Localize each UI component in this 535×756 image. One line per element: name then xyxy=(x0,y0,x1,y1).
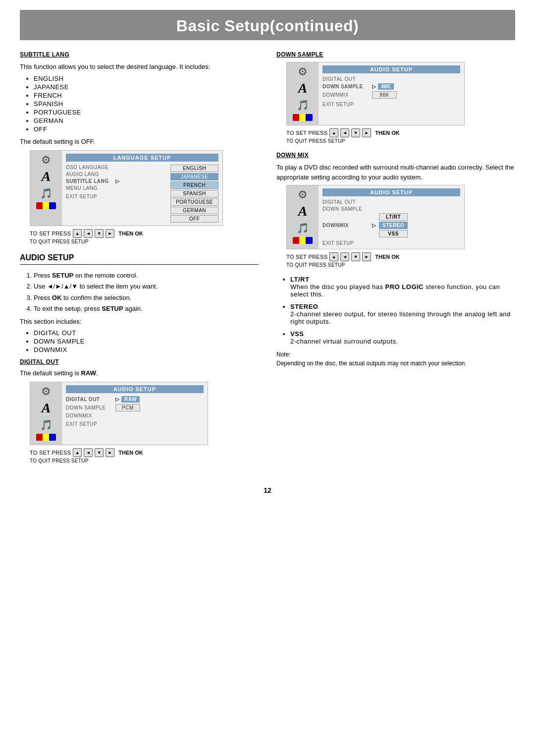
list-item: ENGLISH xyxy=(34,75,259,82)
audio-setup-title-dm: AUDIO SETUP xyxy=(322,188,460,196)
list-item: JAPANESE xyxy=(34,83,259,91)
setup-icons-dm: ⚙ A 🎵 xyxy=(287,185,319,249)
list-item: FRENCH xyxy=(34,92,259,99)
digital-out-row-ds: DIGITAL OUT xyxy=(322,76,460,82)
to-set-label: TO SET PRESS xyxy=(286,130,327,136)
downmix-row: DOWNMIX xyxy=(66,413,204,418)
menu-label: DOWNMIX xyxy=(322,223,372,228)
down-sample-heading: DOWN SAMPLE xyxy=(276,51,515,58)
right-column: DOWN SAMPLE ⚙ A 🎵 AUDIO SETUP DIGITAL OU… xyxy=(276,51,515,471)
setup-icons: ⚙ A 🎵 xyxy=(30,151,62,226)
menu-label: DOWN SAMPLE xyxy=(66,405,115,410)
down-mix-setup-box: ⚙ A 🎵 AUDIO SETUP DIGITAL OUT DOWN SAMPL… xyxy=(286,185,465,249)
exit-row: EXIT SETUP xyxy=(66,194,167,199)
list-item: DIGITAL OUT xyxy=(34,329,259,337)
up-btn[interactable]: ▲ xyxy=(73,448,82,457)
list-item: Press OK to confirm the selection. xyxy=(34,293,259,303)
color-bar-icon xyxy=(293,237,313,244)
right-btn[interactable]: ► xyxy=(362,128,371,137)
list-item-ltrt: LT/RT When the disc you played has PRO L… xyxy=(290,276,515,298)
then-ok-label: THEN OK xyxy=(375,130,400,136)
up-btn[interactable]: ▲ xyxy=(73,229,82,238)
letter-a-icon: A xyxy=(42,400,51,416)
list-item: OFF xyxy=(34,125,259,133)
lang-val-off: OFF xyxy=(170,215,218,223)
down-mix-description: To play a DVD disc recorded with surroun… xyxy=(276,163,515,182)
digital-out-heading: DIGITAL OUT xyxy=(20,358,259,365)
subtitle-lang-description: This function allows you to select the d… xyxy=(20,62,259,72)
to-quit-label: TO QUIT PRESS SETUP xyxy=(30,458,259,464)
color-bar-icon xyxy=(36,434,56,441)
down-sample-row-dm: DOWN SAMPLE xyxy=(322,206,460,212)
ds-value-48k: 48K xyxy=(378,83,394,90)
right-btn[interactable]: ► xyxy=(106,229,114,238)
down-sample-section: DOWN SAMPLE ⚙ A 🎵 AUDIO SETUP DIGITAL OU… xyxy=(276,51,515,144)
to-quit-label: TO QUIT PRESS SETUP xyxy=(30,239,259,244)
downmix-vss-list: VSS 2-channel virtual surround outputs. xyxy=(290,330,515,345)
audio-setup-steps: Press SETUP on the remote control. Use ◄… xyxy=(34,271,259,314)
menu-labels: OSD LANGUAGE AUDIO LANG SUBTITLE LANG ▷ … xyxy=(66,165,167,223)
digital-out-value: RAW xyxy=(121,396,140,403)
menu-label: DIGITAL OUT xyxy=(322,76,372,82)
up-btn[interactable]: ▲ xyxy=(329,128,338,137)
menu-label: DIGITAL OUT xyxy=(66,397,115,402)
down-sample-controls: TO SET PRESS ▲ ◄ ▼ ► THEN OK xyxy=(286,128,515,137)
exit-row-ds: EXIT SETUP xyxy=(322,102,460,107)
lang-val-german: GERMAN xyxy=(170,207,218,214)
note-text: Depending on the disc, the actual output… xyxy=(276,359,515,368)
down-btn[interactable]: ▼ xyxy=(95,229,104,238)
menu-label: DIGITAL OUT xyxy=(322,199,372,205)
list-item: To exit the setup, press SETUP again. xyxy=(34,304,259,314)
list-item: DOWNMIX xyxy=(34,346,259,353)
exit-row-dm: EXIT SETUP xyxy=(322,240,460,246)
digital-out-row: DIGITAL OUT ▷ RAW xyxy=(66,396,204,403)
page-title: Basic Setup(continued) xyxy=(20,17,515,35)
menu-label: MENU LANG xyxy=(66,185,115,191)
left-btn[interactable]: ◄ xyxy=(84,229,93,238)
downmix-val-ltrt: LT/RT xyxy=(379,213,408,221)
right-btn[interactable]: ► xyxy=(362,252,371,261)
to-set-label: TO SET PRESS xyxy=(286,254,327,260)
left-btn[interactable]: ◄ xyxy=(340,252,349,261)
downmix-val-stereo: STEREO xyxy=(379,222,408,229)
list-item: Use ◄/►/▲/▼ to select the item you want. xyxy=(34,282,259,291)
setup-icons-ds: ⚙ A 🎵 xyxy=(287,62,319,125)
down-sample-menu: AUDIO SETUP DIGITAL OUT DOWN SAMPLE ▷ 48… xyxy=(319,62,464,125)
to-quit-label: TO QUIT PRESS SETUP xyxy=(286,138,515,144)
music-note-icon: 🎵 xyxy=(40,187,53,199)
up-btn[interactable]: ▲ xyxy=(329,252,338,261)
menu-label: DOWNMIX xyxy=(66,413,115,418)
down-mix-heading: DOWN MIX xyxy=(276,152,515,159)
letter-a-icon: A xyxy=(298,203,308,219)
down-btn[interactable]: ▼ xyxy=(351,128,360,137)
to-set-label: TO SET PRESS xyxy=(30,231,71,236)
color-bar-icon xyxy=(293,114,313,121)
audio-setup-title-ds: AUDIO SETUP xyxy=(322,65,460,73)
includes-label: This section includes: xyxy=(20,317,259,327)
stereo-desc: 2-channel stereo output, for stereo list… xyxy=(290,310,511,325)
language-setup-menu: LANGUAGE SETUP OSD LANGUAGE AUDIO LANG S… xyxy=(62,151,222,226)
language-controls-bar: TO SET PRESS ▲ ◄ ▼ ► THEN OK xyxy=(30,229,259,238)
arrow-icon: ▷ xyxy=(372,84,376,89)
left-btn[interactable]: ◄ xyxy=(84,448,93,457)
right-btn[interactable]: ► xyxy=(106,448,114,457)
lang-val-english: ENGLISH xyxy=(170,165,218,172)
down-mix-controls: TO SET PRESS ▲ ◄ ▼ ► THEN OK xyxy=(286,252,515,261)
left-btn[interactable]: ◄ xyxy=(340,128,349,137)
note-section: Note: Depending on the disc, the actual … xyxy=(276,350,515,368)
list-item-vss: VSS 2-channel virtual surround outputs. xyxy=(290,330,515,345)
audio-setup-heading: AUDIO SETUP xyxy=(20,253,259,265)
down-btn[interactable]: ▼ xyxy=(351,252,360,261)
music-note-icon: 🎵 xyxy=(297,99,309,111)
arrow-icon: ▷ xyxy=(372,223,376,228)
lang-val-french: FRENCH xyxy=(170,181,218,189)
digital-out-section: DIGITAL OUT The default setting is RAW. … xyxy=(20,358,259,464)
music-note-icon: 🎵 xyxy=(297,222,309,234)
arrow-icon: ▷ xyxy=(115,178,119,184)
page-number: 12 xyxy=(20,486,515,494)
menu-row-audio: AUDIO LANG xyxy=(66,172,167,177)
digital-out-controls: TO SET PRESS ▲ ◄ ▼ ► THEN OK xyxy=(30,448,259,457)
down-btn[interactable]: ▼ xyxy=(95,448,104,457)
down-mix-menu: AUDIO SETUP DIGITAL OUT DOWN SAMPLE DOWN… xyxy=(319,185,464,249)
then-ok-label: THEN OK xyxy=(118,231,143,236)
